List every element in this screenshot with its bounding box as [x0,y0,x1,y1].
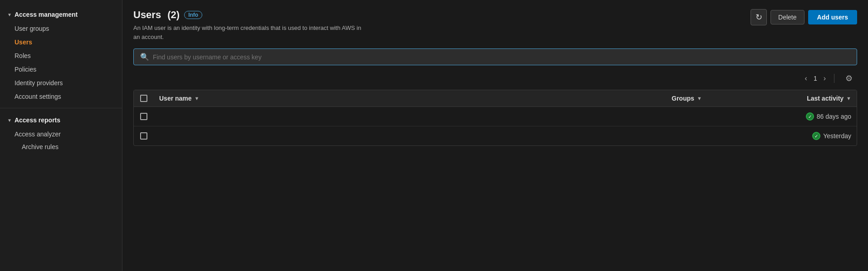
th-last-activity: Last activity ▼ [757,95,857,102]
row-1-last-activity: ✓ 86 days ago [757,112,857,121]
th-last-activity-label: Last activity [807,95,844,102]
sidebar-item-account-settings[interactable]: Account settings [0,90,122,103]
sidebar-item-policies[interactable]: Policies [0,63,122,76]
th-username-label: User name [159,95,192,102]
pagination-page: 1 [814,75,817,82]
pagination-next-button[interactable]: › [821,73,829,83]
row-1-last-activity-value: 86 days ago [817,113,851,120]
refresh-icon: ↻ [756,12,762,22]
users-count: (2) [167,9,180,20]
add-users-button[interactable]: Add users [808,10,857,24]
row-2-last-activity-value: Yesterday [823,132,851,140]
sort-groups-icon[interactable]: ▼ [697,96,702,101]
search-icon: 🔍 [140,53,149,61]
pagination-prev-button[interactable]: ‹ [802,73,810,83]
sidebar-section-access-reports[interactable]: ▼ Access reports [0,113,122,127]
sidebar-item-access-analyzer[interactable]: Access analyzer [0,127,122,141]
chevron-down-icon-2: ▼ [7,118,12,123]
th-checkbox[interactable] [134,95,154,102]
sidebar-divider [0,108,122,108]
th-groups-label: Groups [672,95,694,102]
content-header: Users (2) Info An IAM user is an identit… [133,9,857,41]
sidebar-item-account-settings-label: Account settings [15,93,61,100]
sidebar: ▼ Access management User groups Users Ro… [0,0,122,271]
table-header: User name ▼ Groups ▼ Last activity ▼ [134,90,857,107]
refresh-button[interactable]: ↻ [751,9,767,25]
sidebar-item-user-groups[interactable]: User groups [0,22,122,35]
main-content: Users (2) Info An IAM user is an identit… [122,0,868,271]
content-description: An IAM user is an identity with long-ter… [133,24,369,41]
sidebar-item-policies-label: Policies [15,66,36,73]
row-1-checkbox[interactable] [134,113,154,120]
sidebar-item-identity-providers[interactable]: Identity providers [0,76,122,90]
sidebar-item-identity-providers-label: Identity providers [15,79,63,87]
header-actions: ↻ Delete Add users [751,9,857,25]
row-1-status-icon: ✓ [806,112,814,121]
search-input[interactable] [153,53,850,61]
sidebar-section-access-management[interactable]: ▼ Access management [0,7,122,22]
page-title: Users (2) [133,9,180,21]
content-title: Users (2) Info [133,9,369,21]
sidebar-item-users-label: Users [15,39,32,46]
sidebar-item-roles-label: Roles [15,52,31,59]
th-username: User name ▼ [154,95,666,102]
row-2-status-icon: ✓ [812,132,820,140]
sort-username-icon[interactable]: ▼ [195,96,200,101]
sidebar-item-roles[interactable]: Roles [0,49,122,63]
pagination-bar: ‹ 1 › ⚙ [133,73,857,84]
users-table: User name ▼ Groups ▼ Last activity ▼ ✓ [133,90,857,146]
content-title-block: Users (2) Info An IAM user is an identit… [133,9,369,41]
info-badge[interactable]: Info [184,11,202,19]
sidebar-item-access-analyzer-label: Access analyzer [15,131,61,138]
row-2-last-activity: ✓ Yesterday [757,132,857,140]
delete-button[interactable]: Delete [770,10,804,24]
gear-icon: ⚙ [845,74,853,83]
select-all-checkbox[interactable] [140,95,147,102]
table-settings-button[interactable]: ⚙ [843,73,855,84]
th-groups: Groups ▼ [666,95,757,102]
sidebar-item-users[interactable]: Users [0,35,122,49]
sidebar-item-archive-rules-label: Archive rules [22,143,59,150]
sidebar-item-archive-rules[interactable]: Archive rules [0,141,122,153]
pagination-divider [834,74,834,83]
sidebar-section-access-reports-label: Access reports [15,116,60,124]
sort-last-activity-icon[interactable]: ▼ [846,96,851,101]
table-row: ✓ Yesterday [134,126,857,145]
chevron-down-icon: ▼ [7,12,12,17]
row-2-checkbox[interactable] [134,132,154,140]
table-row: ✓ 86 days ago [134,107,857,126]
search-bar: 🔍 [133,48,857,65]
sidebar-section-access-management-label: Access management [15,11,78,18]
sidebar-item-user-groups-label: User groups [15,25,49,32]
